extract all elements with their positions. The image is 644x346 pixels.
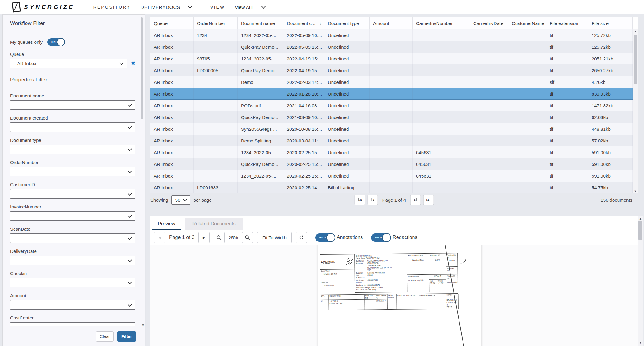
view-select[interactable]: View ALL bbox=[235, 5, 265, 10]
repository-select[interactable]: DELIVERYDOCS bbox=[141, 5, 191, 10]
chevron-down-icon bbox=[128, 280, 132, 284]
tab-related-documents[interactable]: Related Documents bbox=[185, 218, 243, 230]
header-cell-file-size[interactable]: File size bbox=[588, 17, 633, 29]
table-row[interactable]: AR Inbox12341234_2022-05-...2022-05-09 1… bbox=[150, 29, 633, 41]
chevron-down-icon bbox=[128, 302, 132, 306]
table-row[interactable]: AR InboxDemo Splitting2020-03-04 11:...U… bbox=[150, 135, 633, 146]
filter-button[interactable]: Filter bbox=[117, 331, 136, 342]
cell-order-number bbox=[194, 170, 238, 182]
cell-carrier-inv-date bbox=[470, 146, 508, 158]
tab-preview[interactable]: Preview bbox=[152, 218, 181, 230]
preview-next-page-button[interactable]: ▶ bbox=[198, 232, 210, 243]
filter-field-select[interactable] bbox=[10, 145, 135, 154]
header-cell-document-name[interactable]: Document name bbox=[238, 17, 283, 29]
cell-queue: AR Inbox bbox=[150, 123, 194, 135]
table-row[interactable]: AR InboxDemo2022-02-03 14:...Undefinedsi… bbox=[150, 76, 633, 88]
table-row[interactable]: AR InboxQuickPay Demo...2022-05-09 15:..… bbox=[150, 41, 633, 53]
table-row[interactable]: AR InboxPODs.pdf2021-04-16 08:...Undefin… bbox=[150, 100, 633, 111]
header-cell-carrierinvnumber[interactable]: CarrierInvNumber bbox=[413, 17, 470, 29]
cell-queue: AR Inbox bbox=[150, 64, 194, 76]
clear-queue-icon[interactable]: ✖ bbox=[131, 60, 135, 67]
annotations-toggle[interactable]: SHOW bbox=[315, 233, 335, 242]
table-scrollbar[interactable]: ▲ ▼ bbox=[633, 29, 638, 193]
prev-page-button[interactable]: ◀ bbox=[368, 195, 378, 205]
app-logo-icon bbox=[12, 2, 21, 13]
scroll-down-icon[interactable]: ▾ bbox=[142, 323, 144, 327]
clear-button[interactable]: Clear bbox=[96, 331, 114, 342]
table-row[interactable]: AR InboxQuickPay Demo...2020-02-25 15:..… bbox=[150, 158, 633, 170]
table-row[interactable]: AR Inbox1234_2022-05-...2020-02-25 15:..… bbox=[150, 170, 633, 182]
table-row[interactable]: AR Inbox1234_2022-05-...2020-02-25 15:..… bbox=[150, 146, 633, 158]
header-cell-queue[interactable]: Queue bbox=[150, 17, 194, 29]
filter-field-select[interactable] bbox=[10, 300, 135, 310]
brand-name: SYNERGIZE bbox=[24, 4, 75, 10]
magnifier-plus-icon bbox=[244, 235, 250, 241]
scroll-up-icon[interactable]: ▲ bbox=[639, 216, 642, 221]
cell-carrier-inv-number bbox=[413, 41, 470, 53]
cell-document-created: 2022-05-09 15:... bbox=[283, 41, 324, 53]
table-row[interactable]: AR InboxSyn2055Gregs ...2020-10-08 16:..… bbox=[150, 123, 633, 135]
cell-file-extension: sif bbox=[546, 76, 588, 88]
scrollbar-thumb[interactable] bbox=[634, 35, 637, 84]
scroll-down-icon[interactable]: ▼ bbox=[639, 340, 642, 345]
zoom-in-button[interactable] bbox=[242, 232, 253, 243]
redactions-toggle[interactable]: SHOW bbox=[371, 233, 391, 242]
zoom-out-button[interactable] bbox=[214, 232, 225, 243]
cell-carrier-inv-date bbox=[470, 53, 508, 64]
filter-field: Checkin bbox=[10, 271, 135, 287]
workflow-filter-title: Workflow Filter bbox=[10, 20, 135, 27]
cell-document-name: 1234_2022-05-... bbox=[238, 146, 283, 158]
filter-field-select[interactable] bbox=[10, 100, 135, 110]
header-cell-file-extension[interactable]: File extension bbox=[546, 17, 588, 29]
preview-prev-page-button[interactable]: ◀ bbox=[154, 232, 165, 243]
cell-document-created: 2022-04-19 15:... bbox=[283, 53, 324, 64]
scanned-form: LOESCHE Code Word BALCONES RM Order No 4… bbox=[320, 253, 458, 310]
cell-order-number: 98765 bbox=[194, 53, 238, 64]
cell-carrier-inv-date bbox=[470, 158, 508, 170]
cell-document-type: Undefined bbox=[324, 53, 370, 64]
scrollbar-thumb[interactable] bbox=[141, 17, 143, 119]
filter-field-select[interactable] bbox=[10, 256, 135, 265]
cell-document-type: Undefined bbox=[324, 170, 370, 182]
divider bbox=[84, 2, 84, 12]
filter-field-select[interactable] bbox=[10, 211, 135, 221]
filter-field-select[interactable] bbox=[10, 278, 135, 287]
refresh-button[interactable] bbox=[296, 232, 307, 243]
filter-field-select[interactable] bbox=[10, 189, 135, 199]
filter-field-select[interactable] bbox=[10, 122, 135, 132]
sidebar-scrollbar[interactable] bbox=[141, 17, 143, 324]
fit-to-width-button[interactable]: Fit To Width bbox=[257, 232, 292, 243]
queue-select[interactable]: AR Inbox bbox=[10, 59, 127, 68]
first-page-button[interactable]: ◀◀ bbox=[355, 195, 365, 205]
preview-scrollbar[interactable]: ▲ ▼ bbox=[638, 216, 643, 346]
cell-amount bbox=[370, 76, 413, 88]
header-cell-carrierinvdate[interactable]: CarrierInvDate bbox=[470, 17, 508, 29]
table-row[interactable]: AR InboxQuickPay Demo...2021-03-09 10:..… bbox=[150, 111, 633, 123]
header-cell-customername[interactable]: CustomerName bbox=[508, 17, 546, 29]
cell-document-name: Demo Splitting bbox=[238, 135, 283, 146]
table-row[interactable]: AR Inbox2022-01-28 10:...Undefinedtif830… bbox=[150, 88, 633, 100]
table-row[interactable]: AR InboxLD0016332020-02-25 14:...Bill of… bbox=[150, 182, 633, 193]
properties-filter-title: Properties Filter bbox=[10, 77, 135, 83]
cell-carrier-inv-date bbox=[470, 41, 508, 53]
cell-carrier-inv-date bbox=[470, 111, 508, 123]
table-row[interactable]: AR InboxLD000005QuickPay Demo...2022-04-… bbox=[150, 64, 633, 76]
last-page-button[interactable]: ▶▶ bbox=[423, 195, 434, 205]
filter-field-select[interactable] bbox=[10, 233, 135, 243]
per-page-select[interactable]: 50 bbox=[171, 195, 190, 205]
filter-field-label: Amount bbox=[10, 293, 135, 298]
my-queues-toggle[interactable]: ON bbox=[47, 38, 65, 46]
cell-amount bbox=[370, 135, 413, 146]
cell-order-number: LD001633 bbox=[194, 182, 238, 193]
header-cell-document-type[interactable]: Document type bbox=[324, 17, 370, 29]
table-row[interactable]: AR Inbox987651234_2022-05-...2022-04-19 … bbox=[150, 53, 633, 64]
next-page-button[interactable]: ▶ bbox=[410, 195, 421, 205]
header-cell-document-cr-[interactable]: Document cr...↓ bbox=[283, 17, 324, 29]
scrollbar-thumb[interactable] bbox=[638, 221, 642, 240]
scroll-down-icon[interactable]: ▼ bbox=[634, 189, 637, 193]
scroll-up-icon[interactable]: ▲ bbox=[634, 29, 637, 34]
header-cell-ordernumber[interactable]: OrderNumber bbox=[194, 17, 238, 29]
filter-field-select[interactable] bbox=[10, 322, 135, 326]
filter-field-select[interactable] bbox=[10, 167, 135, 176]
header-cell-amount[interactable]: Amount bbox=[370, 17, 413, 29]
